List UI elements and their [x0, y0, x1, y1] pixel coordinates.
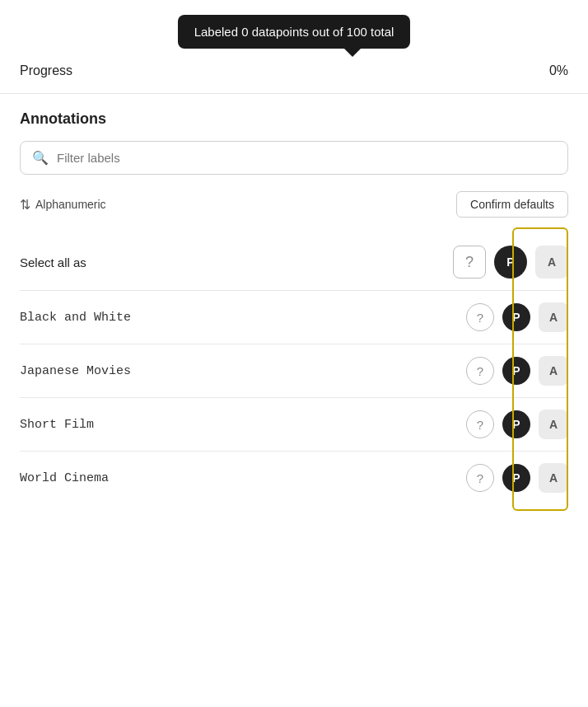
sort-label[interactable]: ⇅ Alphanumeric [20, 197, 106, 213]
a-btn-3[interactable]: A [539, 463, 568, 493]
a-btn-0[interactable]: A [539, 302, 568, 332]
progress-label: Progress [20, 63, 72, 78]
filter-input[interactable] [57, 151, 556, 165]
label-row: Japanese Movies ? P A [20, 344, 568, 398]
annotations-section: Annotations 🔍 ⇅ Alphanumeric Confirm def… [0, 94, 588, 521]
confirm-defaults-button[interactable]: Confirm defaults [456, 191, 568, 218]
question-btn-2[interactable]: ? [466, 410, 494, 438]
search-icon: 🔍 [32, 150, 49, 166]
a-btn-1[interactable]: A [539, 356, 568, 386]
select-all-btn-group: ? P A [453, 246, 568, 279]
label-row: Black and White ? P A [20, 291, 568, 344]
tooltip-text: Labeled 0 datapoints out of 100 total [194, 25, 394, 39]
a-btn-2[interactable]: A [539, 410, 568, 439]
label-text: World Cinema [20, 471, 109, 485]
label-row: World Cinema ? P A [20, 452, 568, 504]
label-text: Black and White [20, 311, 131, 325]
label-text: Short Film [20, 418, 94, 432]
label-btn-group: ? P A [466, 463, 568, 493]
sort-row: ⇅ Alphanumeric Confirm defaults [20, 191, 568, 218]
question-btn-3[interactable]: ? [466, 464, 494, 492]
tooltip-box: Labeled 0 datapoints out of 100 total [178, 15, 411, 49]
label-btn-group: ? P A [466, 410, 568, 439]
label-row: Short Film ? P A [20, 398, 568, 452]
question-btn-1[interactable]: ? [466, 357, 494, 385]
p-btn-3[interactable]: P [502, 464, 530, 492]
p-btn-0[interactable]: P [502, 303, 530, 331]
label-text: Japanese Movies [20, 364, 131, 378]
tooltip-container: Labeled 0 datapoints out of 100 total [0, 0, 588, 49]
annotations-title: Annotations [20, 110, 568, 128]
question-btn-0[interactable]: ? [466, 303, 494, 331]
label-btn-group: ? P A [466, 302, 568, 332]
select-all-label: Select all as [20, 255, 86, 269]
progress-row: Progress 0% [0, 49, 588, 94]
a-btn-select-all[interactable]: A [535, 246, 568, 279]
select-all-row: Select all as ? P A [20, 234, 568, 291]
p-btn-1[interactable]: P [502, 357, 530, 385]
sort-label-text: Alphanumeric [35, 198, 106, 211]
question-btn-select-all[interactable]: ? [453, 246, 486, 279]
annotations-table: Select all as ? P A Black and White ? [20, 234, 568, 504]
filter-container[interactable]: 🔍 [20, 141, 568, 175]
sort-icon: ⇅ [20, 197, 30, 213]
p-btn-2[interactable]: P [502, 410, 530, 438]
label-btn-group: ? P A [466, 356, 568, 386]
p-btn-select-all[interactable]: P [494, 246, 527, 279]
progress-value: 0% [549, 63, 568, 78]
